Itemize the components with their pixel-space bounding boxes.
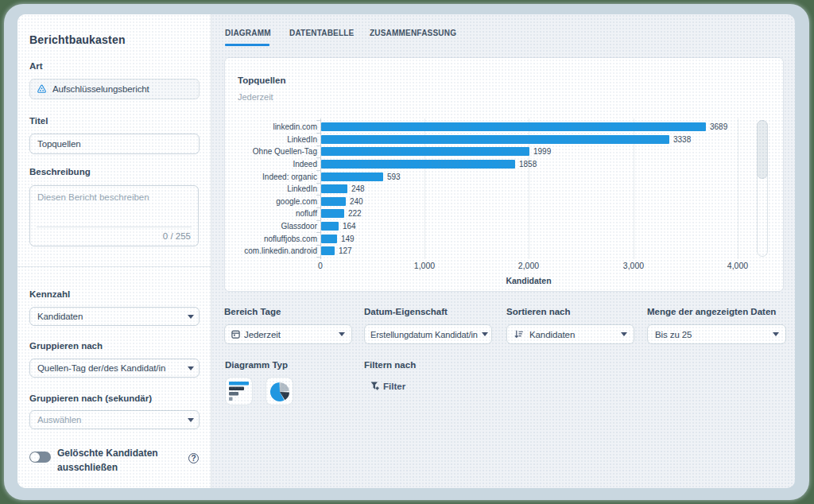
svg-text:Indeed: organic: Indeed: organic (262, 173, 317, 181)
svg-text:222: 222 (348, 209, 362, 218)
svg-text:com.linkedin.android: com.linkedin.android (244, 246, 317, 255)
svg-text:nofluff: nofluff (296, 209, 317, 218)
svg-text:Indeed: Indeed (293, 160, 317, 169)
svg-text:Ohne Quellen-Tag: Ohne Quellen-Tag (253, 147, 317, 156)
svg-text:2,000: 2,000 (518, 261, 539, 270)
svg-text:4,000: 4,000 (727, 261, 748, 270)
svg-text:Glassdoor: Glassdoor (281, 222, 317, 231)
svg-text:164: 164 (343, 222, 356, 231)
svg-text:3338: 3338 (673, 135, 692, 144)
svg-text:3689: 3689 (710, 122, 728, 131)
svg-text:google.com: google.com (276, 197, 317, 206)
svg-text:1999: 1999 (533, 147, 552, 156)
svg-text:248: 248 (351, 184, 365, 193)
svg-text:1,000: 1,000 (414, 261, 435, 270)
svg-text:240: 240 (350, 197, 363, 206)
svg-text:593: 593 (387, 173, 401, 181)
svg-text:0: 0 (318, 261, 323, 270)
svg-text:linkedin.com: linkedin.com (273, 122, 317, 131)
svg-text:127: 127 (339, 246, 352, 255)
svg-text:1858: 1858 (519, 160, 537, 169)
svg-text:nofluffjobs.com: nofluffjobs.com (264, 235, 317, 243)
svg-text:LinkedIn: LinkedIn (287, 184, 317, 193)
svg-text:3,000: 3,000 (623, 261, 644, 270)
svg-text:LinkedIn: LinkedIn (287, 135, 317, 144)
svg-text:149: 149 (341, 235, 355, 243)
svg-text:Kandidaten: Kandidaten (506, 276, 551, 285)
